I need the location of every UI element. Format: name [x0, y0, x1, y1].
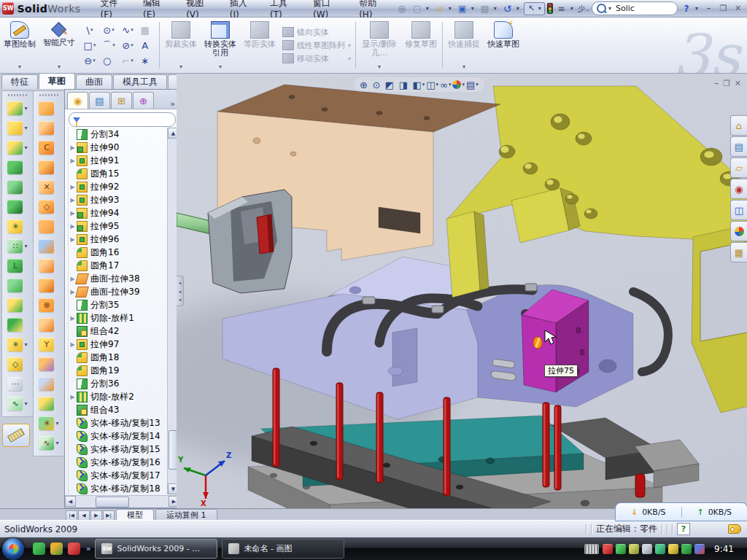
dropdown-arrow[interactable]: ▾	[18, 63, 21, 71]
mirror-entities-button[interactable]: 镜向实体	[282, 27, 351, 38]
tree-item[interactable]: ▶ 圆角16	[69, 246, 168, 259]
tray-icon[interactable]	[655, 544, 665, 554]
mold-assembly-model[interactable]	[177, 74, 747, 508]
surface-tool-button[interactable]: ⊗ ▾	[39, 295, 58, 315]
sketch-entity-button[interactable]: ○ ▾	[99, 53, 118, 69]
expand-arrow[interactable]: ▶	[69, 315, 77, 322]
tree-item[interactable]: ▶ 曲面-拉伸38	[69, 272, 168, 285]
close-button[interactable]: ✕	[732, 3, 744, 14]
tree-item[interactable]: ▶ 实体-移动/复制18	[69, 482, 168, 494]
doc-close-button[interactable]: ✕	[735, 79, 741, 88]
sketch-entity-button[interactable]: ∗ ▾	[137, 53, 156, 69]
surface-tool-button[interactable]: ∿ ▾	[39, 433, 58, 453]
surface-tool-button[interactable]: ▾	[39, 276, 58, 295]
tree-item[interactable]: ▶ 实体-移动/复制14	[69, 429, 168, 443]
feature-tool-button[interactable]: ▾	[7, 138, 27, 158]
tree-item[interactable]: ▶ 拉伸93	[69, 193, 168, 206]
linear-pattern-button[interactable]: 线性草图阵列▾	[282, 40, 351, 51]
options-icon[interactable]: ≡	[555, 3, 568, 15]
dropdown-arrow[interactable]: ▾	[24, 341, 27, 348]
feature-tool-button[interactable]: ▾	[7, 98, 27, 118]
dropdown-arrow[interactable]: ▾	[449, 82, 452, 88]
surface-tool-button[interactable]: ▾	[39, 374, 58, 394]
dropdown-arrow[interactable]: ▾	[449, 5, 454, 12]
dropdown-arrow[interactable]: ▾	[93, 42, 96, 48]
feature-tool-button[interactable]: ✳ ▾	[7, 335, 27, 354]
sketch-entity-button[interactable]: A ▾	[137, 38, 156, 53]
print-icon[interactable]: ▤	[479, 3, 492, 15]
taskbar-clock[interactable]: 9:41	[714, 544, 741, 554]
quick-launch-icon[interactable]	[50, 542, 63, 555]
search-dropdown-arrow[interactable]: ▾	[608, 5, 614, 12]
surface-tool-button[interactable]: ▾	[39, 98, 58, 118]
configuration-manager-tab[interactable]: ⊞	[111, 92, 132, 109]
tree-item[interactable]: ▶ 曲面-拉伸39	[69, 285, 168, 298]
quick-snaps-button[interactable]: 快速捕捉 ▾	[444, 18, 484, 73]
command-tab[interactable]: 特征	[1, 74, 38, 89]
trim-entities-button[interactable]: 剪裁实体 ▾	[161, 18, 201, 73]
input-method-keyboard-icon[interactable]	[584, 544, 599, 554]
tab-nav-button[interactable]: |◀	[66, 510, 77, 521]
tree-item[interactable]: ▶ 拉伸96	[69, 233, 168, 246]
tree-item[interactable]: ▶ 圆角19	[69, 364, 168, 377]
surface-tool-button[interactable]: C ▾	[39, 138, 58, 158]
expand-arrow[interactable]: ▶	[69, 223, 77, 230]
tray-icon[interactable]	[603, 544, 613, 554]
surface-tool-button[interactable]: ▾	[39, 217, 58, 236]
tree-item[interactable]: ▶ 分割34	[69, 128, 168, 141]
tray-icon[interactable]	[629, 544, 639, 554]
dropdown-arrow[interactable]: ▾	[131, 42, 133, 48]
feature-tool-button[interactable]: ▾	[7, 118, 27, 138]
dropdown-arrow[interactable]: ▾	[516, 5, 522, 12]
undo-icon[interactable]: ↺	[501, 3, 514, 15]
tree-item[interactable]: ▶ 实体-移动/复制15	[69, 443, 168, 456]
dropdown-arrow[interactable]: ▾	[58, 63, 61, 71]
dropdown-arrow[interactable]: ▾	[24, 400, 27, 407]
doc-minimize-button[interactable]: –	[714, 79, 719, 88]
sketch-entity-button[interactable]: ⊘ ▾	[118, 38, 137, 53]
tree-item[interactable]: ▶ 实体-移动/复制13	[69, 416, 168, 429]
expand-arrow[interactable]: ▶	[69, 394, 77, 400]
sketch-entity-button[interactable]: ⊙ ▾	[99, 23, 118, 38]
dropdown-arrow[interactable]: ▾	[494, 5, 499, 12]
surface-tool-button[interactable]: ▾	[39, 256, 58, 276]
view-tool-button[interactable]: ⊙ ▾	[372, 80, 383, 90]
feature-tool-button[interactable]: ⋯ ▾	[7, 374, 27, 394]
dropdown-arrow[interactable]: ▾	[112, 27, 115, 33]
tray-icon[interactable]	[668, 544, 678, 554]
tree-item[interactable]: ▶ 实体-移动/复制16	[69, 456, 168, 469]
surface-tool-button[interactable]: ✕ ▾	[39, 177, 58, 197]
expand-arrow[interactable]: ▶	[69, 236, 77, 243]
expand-arrow[interactable]: ▶	[69, 144, 77, 151]
restore-button[interactable]: ❐	[717, 3, 729, 14]
sketch-draw-button[interactable]: 草图绘制 ▾	[0, 18, 39, 73]
smart-dimension-button[interactable]: 智能尺寸 ▾	[39, 18, 79, 73]
dropdown-arrow[interactable]: ▾	[426, 5, 431, 12]
task-pane-tab[interactable]: ◫	[730, 200, 747, 220]
search-box[interactable]: ▾ Solic	[592, 1, 678, 15]
tree-item[interactable]: ▶ 拉伸90	[69, 141, 168, 154]
tray-icon[interactable]	[694, 544, 705, 554]
feature-tool-button[interactable]: ▾	[7, 177, 27, 197]
tree-horizontal-scrollbar[interactable]: ◀ ▶	[65, 495, 179, 508]
doc-restore-button[interactable]: ❐	[723, 79, 730, 88]
tree-item[interactable]: ▶ 拉伸91	[69, 154, 168, 167]
new-file-icon[interactable]: ▢	[411, 3, 424, 15]
task-pane-tab[interactable]: ◉	[730, 179, 747, 199]
view-tool-button[interactable]: ⊕ ▾	[360, 80, 371, 90]
dropdown-arrow[interactable]: ▾	[131, 27, 133, 33]
move-entities-button[interactable]: 移动实体▾	[282, 53, 351, 64]
dropdown-arrow[interactable]: ▾	[570, 5, 576, 12]
clamp-unit[interactable]	[177, 190, 292, 293]
sketch-entity-button[interactable]: ⌐ ▾	[118, 53, 137, 69]
tree-item[interactable]: ▶ 拉伸94	[69, 206, 168, 219]
task-pane-tab[interactable]: ▤	[730, 136, 747, 157]
status-help-button[interactable]: ?	[677, 523, 690, 535]
feature-tool-button[interactable]: ◇ ▾	[7, 354, 27, 374]
repair-sketch-button[interactable]: 修复草图	[401, 18, 441, 73]
task-pane-tab[interactable]: ⌂	[730, 115, 747, 136]
surface-tool-button[interactable]: ▾	[39, 354, 58, 374]
quick-launch-icon[interactable]	[33, 542, 45, 555]
tab-nav-button[interactable]: ▶|	[103, 510, 115, 521]
dropdown-arrow[interactable]: ▾	[24, 243, 27, 249]
